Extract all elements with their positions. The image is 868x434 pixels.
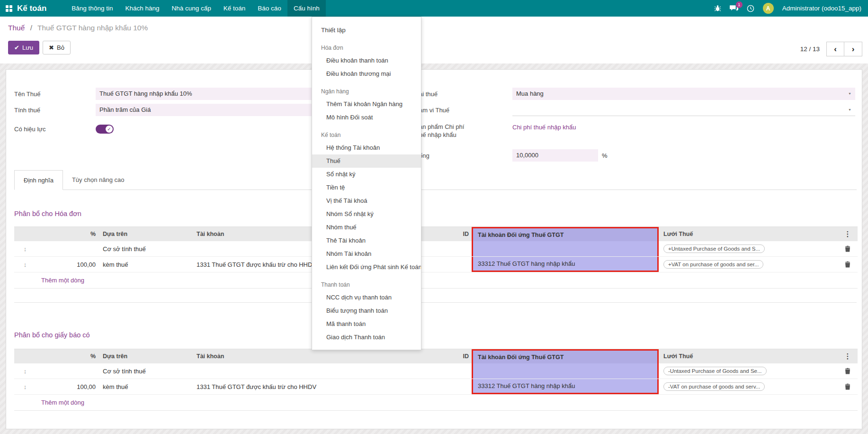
percent-cell[interactable]: 100,00 xyxy=(36,257,98,272)
nav-menu-vendors[interactable]: Nhà cung cấp xyxy=(165,0,217,17)
cash-basis-cell[interactable] xyxy=(472,363,659,379)
config-menu-item-incoterms[interactable]: Điều khoản thương mại xyxy=(312,67,421,81)
config-menu-item-add-bank-account[interactable]: Thêm Tài khoản Ngân hàng xyxy=(312,98,421,111)
user-avatar[interactable]: A xyxy=(763,3,774,14)
nav-menu-configuration[interactable]: Cấu hình xyxy=(287,0,326,17)
id-cell[interactable] xyxy=(453,379,472,394)
cash-basis-cell[interactable]: 33312 Thuế GTGT hàng nhập khẩu xyxy=(472,379,659,394)
pager-previous-button[interactable]: ‹ xyxy=(826,42,844,56)
chevron-down-icon: ▼ xyxy=(848,108,851,111)
save-button[interactable]: ✔ Lưu xyxy=(8,41,39,54)
refund-distribution-title: Phân bổ cho giấy báo có xyxy=(14,331,90,339)
drag-handle-icon[interactable]: ↕ xyxy=(14,363,36,379)
config-menu-item-chart-of-accounts[interactable]: Hệ thống Tài khoản xyxy=(312,141,421,154)
based-on-cell[interactable]: kèm thuế xyxy=(98,379,191,394)
cash-basis-cell[interactable]: 33312 Thuế GTGT hàng nhập khẩu xyxy=(472,257,659,272)
config-menu-item-taxes[interactable]: Thuế xyxy=(312,154,421,168)
tax-computation-label: Tính thuế xyxy=(14,107,96,114)
percent-cell[interactable]: 100,00 xyxy=(36,379,98,394)
tab-definition[interactable]: Định nghĩa xyxy=(14,170,63,190)
based-on-cell[interactable]: Cơ sở tính thuế xyxy=(98,363,191,379)
col-id[interactable]: ID xyxy=(453,227,472,241)
amount-input[interactable]: 10,0000 xyxy=(512,149,598,162)
percent-cell[interactable] xyxy=(36,241,98,256)
activities-clock-icon[interactable] xyxy=(747,5,754,12)
nav-menu-dashboard[interactable]: Bảng thông tin xyxy=(65,0,119,17)
tax-scope-select[interactable]: ▼ xyxy=(512,104,855,116)
pager-next-button[interactable]: › xyxy=(844,42,862,56)
nav-menu-reporting[interactable]: Báo cáo xyxy=(251,0,287,17)
tax-grid-tag[interactable]: -VAT on purchase of goods and serv... xyxy=(663,382,765,391)
bug-icon[interactable] xyxy=(714,5,721,12)
active-toggle[interactable]: ✓ xyxy=(96,125,114,134)
config-menu-item-settings[interactable]: Thiết lập xyxy=(312,24,421,37)
pager-count[interactable]: 12 / 13 xyxy=(800,45,820,53)
breadcrumb-current: Thuế GTGT hàng nhập khẩu 10% xyxy=(37,24,148,32)
import-cost-product-link[interactable]: Chi phí thuế nhập khẩu xyxy=(512,124,576,131)
config-menu-item-tax-groups[interactable]: Nhóm thuế xyxy=(312,221,421,234)
col-percent[interactable]: % xyxy=(36,227,98,241)
nav-menu-customers[interactable]: Khách hàng xyxy=(119,0,165,17)
based-on-cell[interactable]: kèm thuế xyxy=(98,257,191,272)
config-menu-item-journal-groups[interactable]: Nhóm Sổ nhật ký xyxy=(312,208,421,221)
config-menu-item-account-groups[interactable]: Nhóm Tài khoản xyxy=(312,247,421,261)
drag-handle-icon[interactable]: ↕ xyxy=(14,257,36,272)
col-cash-basis-account[interactable]: Tài khoản Đối ứng Thuế GTGT xyxy=(472,349,659,363)
add-line-link[interactable]: Thêm một dòng xyxy=(41,399,84,406)
config-menu-item-payment-icons[interactable]: Biểu tượng thanh toán xyxy=(312,304,421,317)
delete-row-icon[interactable] xyxy=(838,379,858,394)
optional-columns-icon[interactable]: ⋮ xyxy=(844,230,851,238)
breadcrumb-parent[interactable]: Thuế xyxy=(8,24,25,32)
id-cell[interactable] xyxy=(453,241,472,256)
config-menu-item-fiscal-positions[interactable]: Vị thế Tài khoá xyxy=(312,194,421,208)
add-line-link[interactable]: Thêm một dòng xyxy=(41,277,84,284)
col-tax-grid[interactable]: Lưới Thuế xyxy=(659,227,838,241)
delete-row-icon[interactable] xyxy=(838,241,858,256)
col-cash-basis-account[interactable]: Tài khoản Đối ứng Thuế GTGT xyxy=(472,227,659,241)
config-menu-item-journals[interactable]: Sổ nhật ký xyxy=(312,168,421,181)
tax-grid-tag[interactable]: +VAT on purchase of goods and ser... xyxy=(663,260,763,269)
delete-row-icon[interactable] xyxy=(838,363,858,379)
drag-handle-icon[interactable]: ↕ xyxy=(14,379,36,394)
account-cell[interactable]: 1331 Thuế GTGT được khấu trừ cho HHDV xyxy=(191,379,453,394)
user-name[interactable]: Administrator (odoo15_app) xyxy=(782,5,861,12)
col-based-on[interactable]: Dựa trên xyxy=(98,227,191,241)
config-menu-item-reconciliation-models[interactable]: Mô hình Đối soát xyxy=(312,111,421,124)
col-percent[interactable]: % xyxy=(36,349,98,363)
based-on-cell[interactable]: Cơ sở tính thuế xyxy=(98,241,191,256)
config-menu-item-payment-transactions[interactable]: Giao dịch Thanh toán xyxy=(312,331,421,344)
optional-columns-icon[interactable]: ⋮ xyxy=(844,352,851,361)
tax-type-select[interactable]: Mua hàng ▼ xyxy=(512,88,855,100)
config-menu-item-journal-entry-matching[interactable]: Liên kết Đối ứng Phát sinh Kế toán xyxy=(312,261,421,274)
apps-grid-icon[interactable] xyxy=(6,5,12,12)
config-menu-item-account-tags[interactable]: Thẻ Tài khoản xyxy=(312,234,421,247)
delete-row-icon[interactable] xyxy=(838,257,858,272)
col-id[interactable]: ID xyxy=(453,349,472,363)
discard-button[interactable]: ✖ Bỏ xyxy=(43,41,71,54)
tab-advanced-options[interactable]: Tùy chọn nâng cao xyxy=(63,170,134,190)
refund-distribution-table: % Dựa trên Tài khoản ID Tài khoản Đối ứn… xyxy=(14,349,858,411)
config-menu-item-payment-providers[interactable]: NCC dịch vụ thanh toán xyxy=(312,291,421,304)
account-cell[interactable] xyxy=(191,363,453,379)
tax-grid-tag[interactable]: -Untaxed Purchase of Goods and Se... xyxy=(663,367,767,375)
id-cell[interactable] xyxy=(453,257,472,272)
cash-basis-cell[interactable] xyxy=(472,241,659,256)
invoice-distribution-title: Phân bổ cho Hóa đơn xyxy=(14,210,81,217)
breadcrumb-separator: / xyxy=(30,24,32,32)
col-based-on[interactable]: Dựa trên xyxy=(98,349,191,363)
config-menu-item-currencies[interactable]: Tiền tệ xyxy=(312,181,421,194)
col-tax-grid[interactable]: Lưới Thuế xyxy=(659,349,838,363)
config-menu-item-payment-tokens[interactable]: Mã thanh toán xyxy=(312,317,421,331)
drag-handle-icon[interactable]: ↕ xyxy=(14,241,36,256)
col-account[interactable]: Tài khoản xyxy=(191,349,453,363)
tax-grid-tag[interactable]: +Untaxed Purchase of Goods and S... xyxy=(663,244,765,253)
messages-icon[interactable]: 1 xyxy=(730,5,738,12)
config-menu-item-payment-terms[interactable]: Điều khoản thanh toán xyxy=(312,54,421,67)
id-cell[interactable] xyxy=(453,363,472,379)
configuration-dropdown-menu: Thiết lập Hóa đơn Điều khoản thanh toán … xyxy=(312,17,421,350)
active-label: Có hiệu lực xyxy=(14,126,96,133)
nav-menu-accounting[interactable]: Kế toán xyxy=(217,0,252,17)
percent-cell[interactable] xyxy=(36,363,98,379)
app-name[interactable]: Kế toán xyxy=(17,4,46,13)
config-menu-section-invoicing: Hóa đơn xyxy=(312,42,421,54)
